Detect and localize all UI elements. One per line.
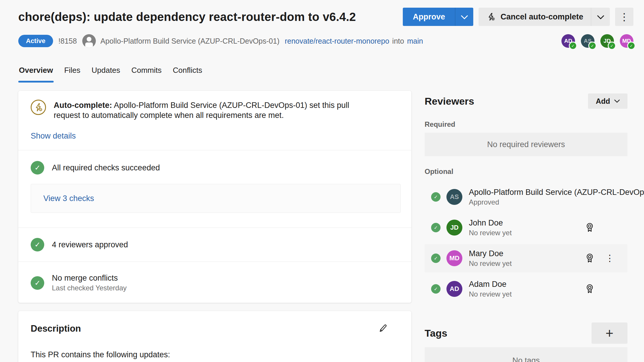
- avatar: AD: [446, 281, 462, 297]
- reviewers-title: Reviewers: [425, 96, 474, 107]
- award-ribbon-icon: [584, 253, 596, 263]
- reviewer-avatar-badge[interactable]: AD ✓: [561, 34, 575, 48]
- checks-section: ✓ All required checks succeeded View 3 c…: [18, 150, 411, 228]
- header-avatars: AD ✓ AS ✓ JD ✓ MD ✓: [561, 34, 633, 48]
- cancel-autocomplete-split-button: Cancel auto-complete: [479, 8, 610, 26]
- reviewer-avatar-badge[interactable]: JD ✓: [600, 34, 614, 48]
- show-details-link[interactable]: Show details: [31, 131, 76, 141]
- tab-files[interactable]: Files: [64, 62, 81, 78]
- approved-vote-icon: ✓: [570, 42, 576, 49]
- reviewer-name: Mary Doe: [469, 249, 503, 258]
- merge-conflicts-section: ✓ No merge conflicts Last checked Yester…: [18, 262, 411, 303]
- reviewer-row[interactable]: ✓ MD Mary Doe No review yet ⋮: [425, 244, 627, 272]
- tab-overview[interactable]: Overview: [18, 62, 54, 78]
- approved-vote-icon: ✓: [589, 42, 596, 49]
- merge-status-text: No merge conflicts: [52, 274, 127, 283]
- header-actions: Approve Cancel auto-complete: [403, 8, 633, 26]
- status-card: Auto-complete: Apollo-Platform Build Ser…: [18, 91, 411, 303]
- autocomplete-message-bold: Auto-complete:: [54, 101, 112, 110]
- tab-conflicts[interactable]: Conflicts: [172, 62, 203, 78]
- chevron-down-icon: [597, 12, 604, 22]
- reviewer-name: John Doe: [469, 218, 503, 227]
- autocomplete-message: Auto-complete: Apollo-Platform Build Ser…: [54, 100, 372, 120]
- reviewers-panel: Reviewers Add Required No required revie…: [425, 91, 627, 362]
- tab-commits[interactable]: Commits: [131, 62, 162, 78]
- pr-overview-content: Auto-complete: Apollo-Platform Build Ser…: [0, 91, 644, 362]
- chevron-down-icon: [461, 12, 468, 22]
- approve-dropdown-button[interactable]: [455, 8, 473, 26]
- autocomplete-section: Auto-complete: Apollo-Platform Build Ser…: [18, 91, 411, 150]
- tags-title: Tags: [425, 328, 447, 339]
- into-label: into: [392, 37, 404, 45]
- tab-updates[interactable]: Updates: [91, 62, 121, 78]
- success-check-icon: ✓: [31, 276, 44, 290]
- checks-status-text: All required checks succeeded: [52, 163, 160, 172]
- add-reviewer-button[interactable]: Add: [588, 93, 627, 109]
- tags-section-header: Tags +: [425, 322, 627, 344]
- target-branch-link[interactable]: main: [407, 37, 423, 45]
- approve-button[interactable]: Approve: [403, 8, 455, 26]
- description-body: This PR contains the following updates:: [31, 350, 388, 359]
- pr-meta-row: Active !8158 Apollo-Platform Build Servi…: [18, 34, 633, 48]
- optional-label: Optional: [425, 167, 627, 176]
- page-title: chore(deps): update dependency react-rou…: [18, 8, 356, 26]
- auto-complete-gold-icon: [31, 100, 46, 115]
- edit-description-button[interactable]: [378, 323, 388, 334]
- source-branch-link[interactable]: renovate/react-router-monorepo: [285, 37, 389, 45]
- no-required-reviewers-box: No required reviewers: [425, 133, 627, 156]
- reviewer-status: No review yet: [469, 290, 584, 298]
- no-required-reviewers-text: No required reviewers: [487, 140, 565, 149]
- approved-vote-icon: ✓: [431, 223, 441, 232]
- approved-vote-icon: ✓: [431, 284, 441, 294]
- optional-reviewers-list: ✓ AS Apollo-Platform Build Service (AZUP…: [425, 183, 627, 303]
- reviewer-status: No review yet: [469, 259, 584, 268]
- description-card: Description This PR contains the followi…: [18, 311, 411, 362]
- merge-status-subtext: Last checked Yesterday: [52, 284, 127, 292]
- avatar: AS: [446, 189, 462, 205]
- add-tag-button[interactable]: +: [592, 322, 627, 344]
- reviewer-row[interactable]: ✓ AD Adam Doe No review yet: [425, 275, 627, 303]
- pr-header: chore(deps): update dependency react-rou…: [0, 0, 644, 78]
- auto-complete-icon: [486, 12, 496, 22]
- pull-request-page: chore(deps): update dependency react-rou…: [0, 0, 644, 362]
- reviewer-name: Adam Doe: [469, 280, 507, 289]
- success-check-icon: ✓: [31, 238, 44, 251]
- no-tags-box: No tags: [425, 347, 627, 362]
- more-actions-button[interactable]: ⋮: [615, 8, 633, 26]
- award-ribbon-icon: [584, 223, 596, 233]
- description-title: Description: [31, 323, 81, 334]
- reviewer-avatar-badge[interactable]: MD ✓: [620, 34, 633, 48]
- award-ribbon-icon: [584, 284, 596, 294]
- success-check-icon: ✓: [31, 161, 44, 175]
- reviewers-approved-section: ✓ 4 reviewers approved: [18, 228, 411, 261]
- pencil-icon: [378, 330, 388, 334]
- author-avatar: [82, 34, 96, 48]
- required-label: Required: [425, 120, 627, 129]
- reviewer-status: Approved: [469, 198, 584, 206]
- pr-tabs: OverviewFilesUpdatesCommitsConflicts: [18, 62, 633, 78]
- cancel-autocomplete-label: Cancel auto-complete: [500, 12, 583, 22]
- avatar: JD: [446, 220, 462, 236]
- reviewer-row[interactable]: ✓ AS Apollo-Platform Build Service (AZUP…: [425, 183, 627, 211]
- reviewer-status: No review yet: [469, 229, 584, 237]
- approved-vote-icon: ✓: [431, 254, 441, 263]
- avatar: MD: [446, 250, 462, 266]
- author-name: Apollo-Platform Build Service (AZUP-CRL-…: [101, 37, 280, 45]
- pr-id: !8158: [58, 37, 77, 45]
- reviewers-approved-text: 4 reviewers approved: [52, 240, 128, 249]
- cancel-autocomplete-dropdown-button[interactable]: [591, 8, 610, 26]
- view-checks-link[interactable]: View 3 checks: [43, 194, 94, 203]
- reviewer-row[interactable]: ✓ JD John Doe No review yet: [425, 213, 627, 242]
- cancel-autocomplete-button[interactable]: Cancel auto-complete: [479, 8, 591, 26]
- approved-vote-icon: ✓: [628, 42, 635, 49]
- status-badge: Active: [18, 35, 53, 47]
- no-tags-text: No tags: [512, 356, 540, 362]
- reviewer-more-options-button[interactable]: ⋮: [605, 254, 614, 263]
- add-reviewer-label: Add: [596, 97, 610, 106]
- checks-box: View 3 checks: [31, 184, 401, 213]
- reviewer-avatar-badge[interactable]: AS ✓: [581, 34, 594, 48]
- approved-vote-icon: ✓: [431, 192, 441, 202]
- approved-vote-icon: ✓: [609, 42, 615, 49]
- approve-split-button: Approve: [403, 8, 474, 26]
- overview-column: Auto-complete: Apollo-Platform Build Ser…: [18, 91, 411, 362]
